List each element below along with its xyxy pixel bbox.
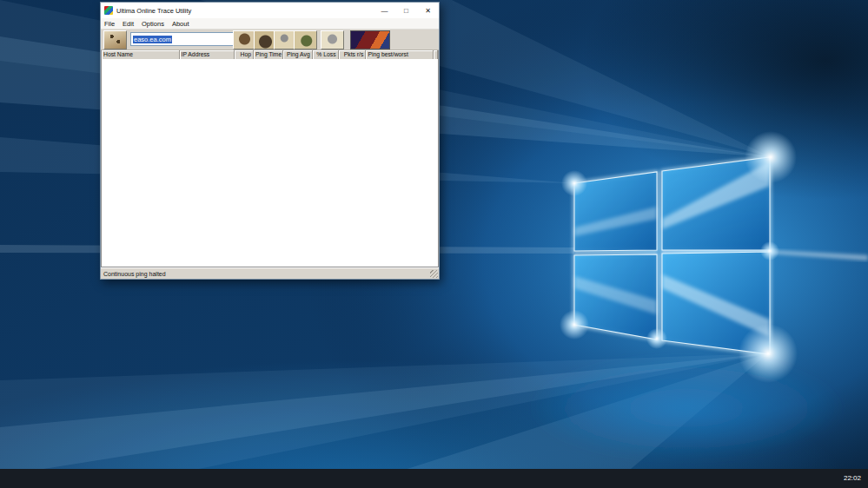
host-combobox-value: easo.ea.com (133, 36, 172, 43)
column-header-1[interactable]: IP Address (180, 50, 235, 59)
column-header-0[interactable]: Host Name (102, 50, 180, 59)
trace-listview: Host NameIP AddressHopPing TimePing Avg%… (101, 50, 439, 267)
desktop: Ultima Online Trace Utility — □ ✕ FileEd… (0, 0, 868, 488)
taskbar-clock[interactable]: 22:02 (844, 469, 861, 488)
listview-body (102, 59, 438, 267)
menu-item-file[interactable]: File (104, 20, 115, 28)
column-header-6[interactable]: Pkts r/s (339, 50, 367, 59)
column-header-3[interactable]: Ping Time (254, 50, 283, 59)
column-header-2[interactable]: Hop (235, 50, 254, 59)
trace-button[interactable] (103, 30, 127, 49)
column-header-filler (434, 50, 438, 59)
resize-grip[interactable] (430, 270, 438, 278)
minimize-button[interactable]: — (374, 3, 395, 18)
system-tray: 22:02 (836, 469, 868, 488)
column-header-4[interactable]: Ping Avg (283, 50, 313, 59)
uo-trace-window: Ultima Online Trace Utility — □ ✕ FileEd… (100, 2, 440, 280)
maximize-button[interactable]: □ (395, 3, 417, 18)
app-icon (104, 6, 113, 15)
uo-art-button-5[interactable] (321, 30, 344, 49)
menu-item-edit[interactable]: Edit (123, 20, 134, 28)
menu-item-about[interactable]: About (172, 20, 189, 28)
window-title: Ultima Online Trace Utility (116, 7, 374, 15)
taskbar: 22:02 (0, 469, 868, 488)
status-bar: Continuous ping halted (101, 267, 439, 279)
menu-bar: FileEditOptionsAbout (101, 18, 439, 30)
listview-header: Host NameIP AddressHopPing TimePing Avg%… (102, 50, 438, 59)
close-button[interactable]: ✕ (417, 3, 439, 18)
column-header-5[interactable]: % Loss (313, 50, 339, 59)
uo-art-button-1[interactable] (233, 30, 256, 49)
menu-item-options[interactable]: Options (142, 20, 164, 28)
toolbar: easo.ea.com ▼ (101, 30, 439, 50)
uo-art-button-4[interactable] (294, 30, 317, 49)
title-bar[interactable]: Ultima Online Trace Utility — □ ✕ (101, 3, 439, 18)
uo-logo-banner (350, 30, 390, 49)
status-text: Continuous ping halted (103, 271, 166, 277)
column-header-7[interactable]: Ping best/worst (366, 50, 434, 59)
